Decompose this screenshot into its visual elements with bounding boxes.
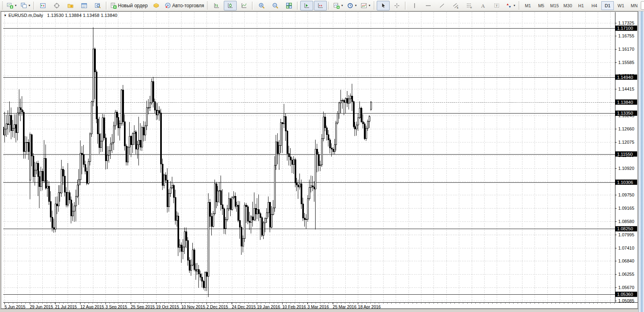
dropdown-caret-icon[interactable]: ▾	[369, 4, 370, 7]
terminal-button[interactable]	[78, 1, 91, 10]
time-axis[interactable]: 5 Jun 201529 Jun 201521 Jul 201512 Aug 2…	[4, 302, 614, 308]
bar-chart-mode-button[interactable]	[210, 1, 223, 10]
bar-chart-icon	[213, 2, 220, 9]
timeframe-h4[interactable]: H4	[588, 1, 601, 10]
dropdown-caret-icon[interactable]: ▾	[355, 4, 357, 7]
indicators-list-button[interactable]: ▾	[332, 1, 345, 10]
vertical-scrollbar[interactable]	[638, 11, 644, 312]
svg-text:12 Aug 2015: 12 Aug 2015	[80, 304, 104, 308]
periods-button[interactable]: ▾	[345, 1, 358, 10]
chart-collapse-icon[interactable]: ▼	[4, 14, 7, 17]
svg-text:F: F	[471, 6, 472, 9]
svg-text:3 Sep 2015: 3 Sep 2015	[105, 304, 127, 308]
toolbar-grip[interactable]	[518, 2, 520, 10]
market-watch-button[interactable]	[37, 1, 50, 10]
plot-area[interactable]	[1, 12, 615, 302]
horizontal-line-tool-button[interactable]	[422, 1, 435, 10]
svg-text:19 Jan 2016: 19 Jan 2016	[257, 304, 280, 308]
autotrading-button[interactable]: Авто-торговля	[163, 1, 205, 10]
dropdown-caret-icon[interactable]: ▾	[15, 4, 17, 7]
toolbar-separator	[33, 2, 35, 10]
chart-shift-button[interactable]	[314, 1, 327, 10]
svg-text:1.16170: 1.16170	[618, 47, 634, 52]
zoom-in-button[interactable]	[255, 1, 268, 10]
auto-scroll-button[interactable]	[300, 1, 313, 10]
trendline-tool-button[interactable]	[436, 1, 448, 10]
svg-text:18 Apr 2016: 18 Apr 2016	[358, 304, 381, 308]
toolbar-grip[interactable]	[373, 2, 375, 10]
candlestick-chart-mode-button[interactable]	[224, 1, 237, 10]
dropdown-caret-icon[interactable]: ▾	[341, 4, 343, 7]
candle-chart-icon	[227, 2, 233, 9]
timeframe-d1[interactable]: D1	[601, 1, 614, 10]
svg-text:1.11550: 1.11550	[617, 152, 633, 157]
svg-text:1.12660: 1.12660	[618, 126, 634, 131]
svg-text:1.10920: 1.10920	[618, 166, 634, 171]
strategy-tester-button[interactable]	[91, 1, 104, 10]
data-window-button[interactable]	[50, 1, 63, 10]
timeframe-m5[interactable]: M5	[535, 1, 547, 10]
tile-windows-button[interactable]	[283, 1, 295, 10]
svg-text:1.05085: 1.05085	[618, 298, 634, 303]
chart-profiles-button[interactable]: ▾	[19, 1, 32, 10]
text-label-icon: T	[493, 2, 500, 9]
metaeditor-icon	[153, 2, 159, 9]
chart-window-eurusd[interactable]: ▼ EURUSD.m,Daily 1.13530 1.13884 1.13458…	[1, 11, 638, 309]
toolbar-separator	[252, 2, 254, 10]
toolbar-grip[interactable]	[206, 2, 208, 10]
new-chart-button[interactable]: ▾	[5, 1, 18, 10]
line-chart-mode-button[interactable]	[237, 1, 250, 10]
data-window-icon	[54, 2, 60, 9]
chart-ohlc: 1.13530 1.13884 1.13458 1.13840	[47, 13, 117, 18]
svg-text:5 Jun 2015: 5 Jun 2015	[4, 304, 25, 308]
fibonacci-icon: F	[466, 2, 473, 9]
price-axis[interactable]: 1.173251.167551.161701.155851.150001.144…	[615, 21, 637, 303]
timeframe-m30[interactable]: M30	[561, 1, 574, 10]
dropdown-caret-icon[interactable]: ▾	[514, 4, 515, 7]
templates-button[interactable]: ▾	[359, 1, 372, 10]
arrows-icon	[506, 2, 512, 9]
price-chart[interactable]: 5 Jun 201529 Jun 201521 Jul 201512 Aug 2…	[1, 12, 638, 308]
svg-text:1.15585: 1.15585	[618, 60, 634, 65]
arrows-tool-button[interactable]: ▾	[504, 1, 517, 10]
cursor-tool-button[interactable]	[377, 1, 390, 10]
chart-symbol-period: EURUSD.m,Daily	[8, 13, 43, 18]
vline-icon	[411, 2, 418, 9]
svg-text:1.17325: 1.17325	[618, 21, 634, 25]
fibonacci-tool-button[interactable]: F	[463, 1, 476, 10]
chart-header: ▼ EURUSD.m,Daily 1.13530 1.13884 1.13458…	[4, 13, 118, 18]
window-bottom-edge	[0, 309, 638, 312]
svg-text:1.05360: 1.05360	[617, 292, 633, 297]
timeframe-w1[interactable]: W1	[615, 1, 627, 10]
svg-text:E: E	[457, 6, 458, 8]
timeframe-mn[interactable]: MN	[628, 1, 640, 10]
dropdown-caret-icon[interactable]: ▾	[29, 4, 30, 7]
text-label-tool-button[interactable]: T	[490, 1, 503, 10]
svg-text:1.06255: 1.06255	[618, 272, 634, 277]
svg-text:1.09165: 1.09165	[618, 206, 634, 211]
new-order-button[interactable]: Новый ордер	[109, 1, 149, 10]
equidistant-channel-tool-button[interactable]: E	[449, 1, 462, 10]
toolbar-separator	[297, 2, 299, 10]
timeframe-m15[interactable]: M15	[548, 1, 561, 10]
navigator-button[interactable]	[64, 1, 77, 10]
timeframe-h1[interactable]: H1	[575, 1, 587, 10]
metaeditor-button[interactable]	[150, 1, 163, 10]
chart-profiles-icon	[21, 2, 27, 9]
svg-text:A: A	[481, 2, 485, 8]
timeframe-m1[interactable]: M1	[522, 1, 534, 10]
svg-text:1.12075: 1.12075	[618, 140, 634, 145]
auto-scroll-icon	[303, 2, 310, 9]
crosshair-tool-button[interactable]	[390, 1, 403, 10]
vertical-line-tool-button[interactable]	[408, 1, 421, 10]
search-input[interactable]	[642, 3, 644, 8]
text-tool-button[interactable]: A	[477, 1, 489, 10]
svg-text:2 Dec 2015: 2 Dec 2015	[206, 304, 228, 308]
zoom-out-button[interactable]	[269, 1, 282, 10]
zoom-in-icon	[258, 2, 265, 9]
tile-windows-icon	[286, 2, 292, 9]
strategy-tester-icon	[95, 2, 101, 9]
zoom-out-icon	[272, 2, 279, 9]
svg-text:1.05670: 1.05670	[618, 285, 634, 290]
toolbar-grip[interactable]	[2, 2, 4, 10]
